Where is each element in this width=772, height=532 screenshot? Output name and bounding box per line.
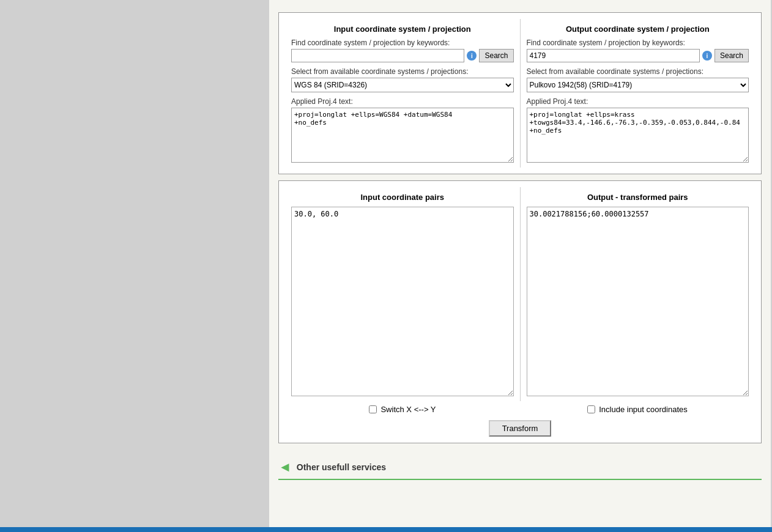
- include-input-col: Include input coordinates: [520, 405, 755, 414]
- coord-system-columns: Input coordinate system / projection Fin…: [285, 19, 755, 168]
- input-coord-select[interactable]: WGS 84 (SRID=4326): [291, 78, 514, 92]
- output-col-title: Output coordinate system / projection: [527, 22, 749, 39]
- other-services-arrow-icon: ◄: [278, 459, 292, 475]
- output-proj4-textarea[interactable]: [527, 108, 749, 163]
- output-pairs-title: Output - transformed pairs: [527, 190, 749, 207]
- transform-button[interactable]: Transform: [489, 420, 552, 437]
- input-col-title: Input coordinate system / projection: [291, 22, 514, 39]
- switch-xy-label: Switch X <--> Y: [380, 405, 436, 414]
- input-info-icon[interactable]: i: [467, 51, 477, 61]
- coordinate-system-section: Input coordinate system / projection Fin…: [278, 12, 762, 174]
- include-input-checkbox[interactable]: [587, 405, 595, 413]
- bottom-bar: [0, 527, 772, 532]
- input-pairs-textarea[interactable]: [291, 207, 514, 396]
- input-proj4-textarea[interactable]: [291, 108, 514, 163]
- input-pairs-column: Input coordinate pairs: [285, 187, 521, 401]
- output-pairs-column: Output - transformed pairs: [521, 187, 755, 401]
- include-input-label: Include input coordinates: [599, 405, 688, 414]
- output-find-label: Find coordinate system / projection by k…: [527, 39, 749, 47]
- input-find-label: Find coordinate system / projection by k…: [291, 39, 514, 47]
- output-select-row: Pulkovo 1942(58) (SRID=4179): [527, 78, 749, 92]
- coord-pairs-columns: Input coordinate pairs Output - transfor…: [285, 187, 755, 401]
- input-select-label: Select from available coordinate systems…: [291, 67, 514, 76]
- other-services-section: ◄ Other usefull services: [278, 456, 762, 480]
- input-search-row: i Search: [291, 49, 514, 62]
- input-search-field[interactable]: [291, 49, 464, 62]
- output-search-button[interactable]: Search: [714, 49, 749, 62]
- switch-xy-col: Switch X <--> Y: [285, 405, 520, 414]
- output-pairs-textarea[interactable]: [527, 207, 749, 396]
- output-search-field[interactable]: [527, 49, 700, 62]
- switch-xy-checkbox[interactable]: [369, 405, 377, 413]
- output-coord-select[interactable]: Pulkovo 1942(58) (SRID=4179): [527, 78, 749, 92]
- output-select-label: Select from available coordinate systems…: [527, 67, 749, 76]
- coordinate-pairs-section: Input coordinate pairs Output - transfor…: [278, 180, 762, 443]
- options-row: Switch X <--> Y Include input coordinate…: [285, 405, 755, 414]
- main-content: Input coordinate system / projection Fin…: [269, 0, 771, 532]
- input-coord-column: Input coordinate system / projection Fin…: [285, 19, 521, 168]
- transform-row: Transform: [285, 420, 755, 437]
- output-coord-column: Output coordinate system / projection Fi…: [521, 19, 755, 168]
- output-search-row: i Search: [527, 49, 749, 62]
- input-select-row: WGS 84 (SRID=4326): [291, 78, 514, 92]
- left-sidebar: [0, 0, 135, 532]
- output-info-icon[interactable]: i: [702, 51, 712, 61]
- other-services-label: Other usefull services: [297, 462, 386, 472]
- output-proj4-label: Applied Proj.4 text:: [527, 97, 749, 106]
- input-search-button[interactable]: Search: [479, 49, 513, 62]
- input-proj4-label: Applied Proj.4 text:: [291, 97, 514, 106]
- input-pairs-title: Input coordinate pairs: [291, 190, 514, 207]
